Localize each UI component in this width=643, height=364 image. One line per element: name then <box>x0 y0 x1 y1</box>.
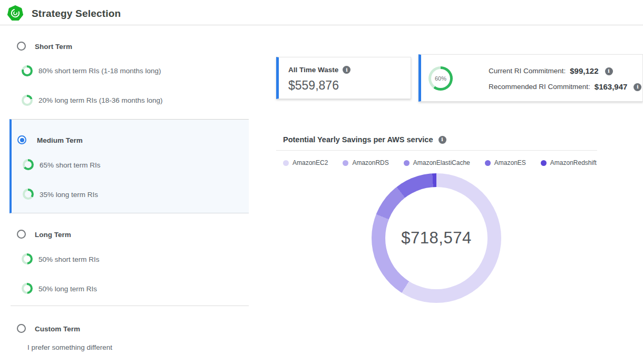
long-term-option1-label: 50% short term RIs <box>38 255 100 263</box>
recommended-ri-commitment-value: $163,947 <box>595 82 628 92</box>
ri-commitment-card: 60% Current RI Commitment: $99,122 Recom… <box>418 54 643 102</box>
savings-donut-chart[interactable]: $718,574 <box>372 173 501 303</box>
legend-item-amazonrds[interactable]: AmazonRDS <box>343 159 388 166</box>
legend-dot-icon <box>485 160 491 166</box>
sidebar-divider <box>11 306 249 306</box>
medium-term-option1-progress-ring <box>23 159 34 170</box>
page-header: Strategy Selection <box>0 0 643 25</box>
all-time-waste-title: All Time Waste <box>288 66 338 74</box>
short-term-option1-progress-ring <box>22 65 33 76</box>
current-ri-commitment-value: $99,122 <box>570 66 598 76</box>
info-icon[interactable] <box>439 136 446 144</box>
brand-logo-icon <box>7 5 23 21</box>
custom-term-note: I prefer something different <box>27 343 112 352</box>
medium-term-option1-label: 65% short term RIs <box>40 161 101 169</box>
donut-center-total: $718,574 <box>401 229 471 248</box>
short-term-option1-label: 80% short term RIs (1-18 months long) <box>38 67 161 75</box>
custom-term-radio[interactable] <box>17 324 26 333</box>
legend-item-amazones[interactable]: AmazonES <box>485 159 526 166</box>
custom-term-label: Custom Term <box>35 324 80 333</box>
chart-title: Potential Yearly Savings per AWS service <box>283 135 433 144</box>
legend-item-amazonec2[interactable]: AmazonEC2 <box>283 159 328 166</box>
commitment-ring-percent: 60% <box>431 69 450 88</box>
short-term-label: Short Term <box>35 42 72 51</box>
short-term-option2-progress-ring <box>22 95 33 106</box>
medium-term-radio[interactable] <box>17 135 26 144</box>
page-title: Strategy Selection <box>32 8 121 19</box>
recommended-ri-commitment-row: Recommended RI Commitment: $163,947 <box>489 82 641 92</box>
commitment-progress-ring: 60% <box>428 66 453 91</box>
medium-term-label: Medium Term <box>37 136 83 145</box>
all-time-waste-card: All Time Waste $559,876 <box>276 57 411 99</box>
chart-divider <box>276 150 597 151</box>
legend-dot-icon <box>404 160 410 166</box>
medium-term-option2-progress-ring <box>23 189 34 200</box>
info-icon[interactable] <box>605 67 613 75</box>
short-term-option2-label: 20% long term RIs (18-36 months long) <box>38 96 163 104</box>
recommended-ri-commitment-label: Recommended RI Commitment: <box>489 82 590 92</box>
info-icon[interactable] <box>343 66 350 74</box>
legend-dot-icon <box>283 160 289 166</box>
all-time-waste-value: $559,876 <box>288 78 339 93</box>
legend-dot-icon <box>343 160 348 166</box>
short-term-radio[interactable] <box>17 42 26 51</box>
long-term-label: Long Term <box>35 230 71 239</box>
info-icon[interactable] <box>634 83 641 91</box>
strategy-selection-page: Strategy Selection Short Term 80% short … <box>0 0 643 364</box>
current-ri-commitment-row: Current RI Commitment: $99,122 <box>489 66 641 76</box>
legend-dot-icon <box>541 160 547 166</box>
current-ri-commitment-label: Current RI Commitment: <box>489 66 566 76</box>
long-term-option2-progress-ring <box>22 283 33 294</box>
chart-legend: AmazonEC2 AmazonRDS AmazonElastiCache Am… <box>283 159 597 166</box>
long-term-option1-progress-ring <box>22 253 33 264</box>
legend-item-amazonredshift[interactable]: AmazonRedshift <box>541 159 597 166</box>
medium-term-option2-label: 35% long term RIs <box>40 191 98 199</box>
legend-item-amazonelasticache[interactable]: AmazonElastiCache <box>404 159 470 166</box>
long-term-option2-label: 50% long term RIs <box>38 285 97 293</box>
long-term-radio[interactable] <box>17 230 26 239</box>
